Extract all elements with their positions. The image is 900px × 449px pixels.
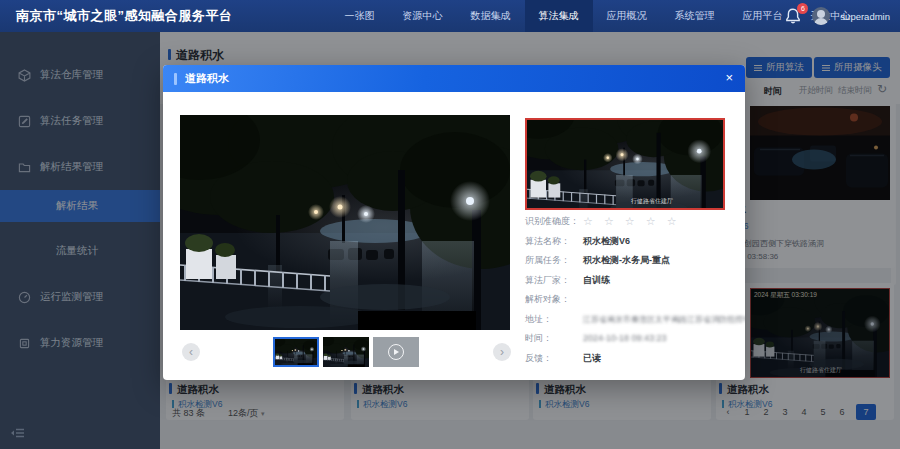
detail-row-feedback: 反馈： 已读: [525, 353, 735, 364]
play-icon: [388, 344, 404, 360]
accuracy-star-rating[interactable]: ☆ ☆ ☆ ☆ ☆: [583, 216, 681, 227]
carousel-thumbnail-2[interactable]: [323, 337, 369, 367]
modal-title: 道路积水: [185, 71, 229, 86]
notification-badge: 6: [797, 3, 808, 14]
user-avatar[interactable]: [812, 7, 830, 25]
detail-row-time: 时间： 2024-10-18 09:43:23: [525, 333, 735, 344]
detail-row-algorithm-name: 算法名称： 积水检测V6: [525, 236, 735, 247]
detail-row-accuracy: 识别准确度： ☆ ☆ ☆ ☆ ☆: [525, 216, 735, 227]
carousel-next-button[interactable]: ›: [493, 343, 511, 361]
username-label[interactable]: superadmin: [840, 11, 890, 22]
nav-item-data-integration[interactable]: 数据集成: [457, 0, 525, 32]
detection-detail-modal: 道路积水 × ‹ › 行健路省住建厅 识别准确度： ☆ ☆ ☆ ☆ ☆: [163, 65, 745, 380]
detail-fields: 识别准确度： ☆ ☆ ☆ ☆ ☆ 算法名称： 积水检测V6 所属任务： 积水检测…: [525, 216, 735, 372]
platform-title: 南京市“城市之眼”感知融合服务平台: [16, 7, 233, 25]
detail-row-analysis-object: 解析对象：: [525, 294, 735, 305]
detail-row-task: 所属任务： 积水检测-水务局-重点: [525, 255, 735, 266]
nav-item-system-management[interactable]: 系统管理: [661, 0, 729, 32]
nav-item-resource-center[interactable]: 资源中心: [389, 0, 457, 32]
detail-row-address: 地址： 江苏省南京市秦淮区太平南路江苏省消防指挥中心: [525, 314, 735, 325]
nav-item-algorithm-integration[interactable]: 算法集成: [525, 0, 593, 32]
carousel-thumbnail-1-selected[interactable]: [273, 337, 319, 367]
notification-bell-icon[interactable]: 6: [784, 7, 802, 25]
close-icon[interactable]: ×: [725, 70, 733, 86]
top-navigation-bar: 南京市“城市之眼”感知融合服务平台 一张图 资源中心 数据集成 算法集成 应用概…: [0, 0, 900, 32]
nav-item-app-overview[interactable]: 应用概况: [593, 0, 661, 32]
carousel-prev-button[interactable]: ‹: [182, 343, 200, 361]
camera-watermark: 行健路省住建厅: [631, 197, 673, 206]
detail-row-vendor: 算法厂家： 自训练: [525, 275, 735, 286]
detection-crop-image: [525, 118, 725, 210]
app-window: 南京市“城市之眼”感知融合服务平台 一张图 资源中心 数据集成 算法集成 应用概…: [0, 0, 900, 449]
nav-item-one-map[interactable]: 一张图: [331, 0, 389, 32]
detection-main-image: [180, 115, 510, 330]
modal-title-accent-bar: [174, 73, 177, 85]
modal-header: 道路积水 ×: [163, 65, 745, 92]
carousel-thumbnail-video[interactable]: [373, 337, 419, 367]
